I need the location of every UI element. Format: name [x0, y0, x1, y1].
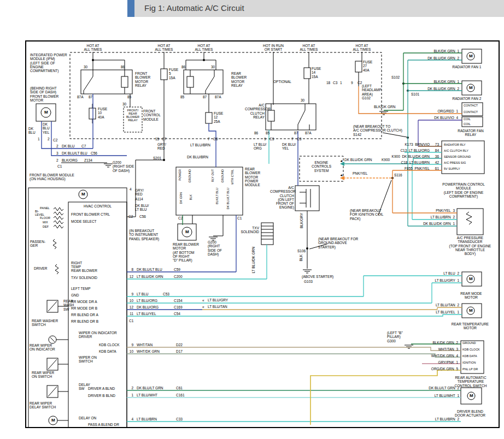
pcm-signal: SENSOR GROUND	[444, 155, 471, 158]
row-wire: DK BLU/LT BLU	[137, 268, 162, 271]
connector-label: C1	[237, 216, 242, 220]
ratc-signal: KDB CLOCK	[462, 348, 480, 351]
pin-label: 1	[38, 137, 40, 141]
wire-label: BLK/DK GRN	[374, 105, 395, 109]
ratc-wire-row: WHT/DK GRN 4	[411, 354, 458, 358]
wire-label: GRY/ RED	[157, 143, 166, 151]
pcm-pin: 73	[431, 143, 439, 146]
ratc-wire-row: GRY/PNK 1	[411, 360, 458, 364]
ground-label: (LEFT "B" PILLAR) G300	[387, 331, 403, 343]
connector-label: C7	[162, 137, 166, 141]
terminal-label: 87A	[215, 95, 221, 99]
row-wire: DK BLU/ORG	[137, 305, 159, 309]
pin-label: 2	[56, 158, 58, 162]
hvac-signal: RIGHT TEMP	[71, 261, 82, 269]
row-pin: 11	[128, 312, 133, 316]
fan-wire-row: BLK/DK GRN 1	[413, 49, 459, 53]
ac-clutch-box	[295, 186, 319, 211]
connector-label: C1	[129, 319, 133, 323]
pin-label: 9	[264, 137, 266, 141]
ratc-signal: PNL LP DR	[462, 367, 478, 371]
motor-wire-row: LT BLU/BRN 2	[413, 417, 459, 421]
fan-relay-wire-row: DK BLU/VIO 4	[412, 116, 458, 120]
motor-m-glyph: M	[51, 418, 55, 423]
wire-label: LT BLU/TAN	[208, 305, 227, 309]
ipm-box	[70, 52, 382, 139]
terminal-label: 86	[254, 131, 258, 135]
hvac-signal: TXV SOLENOID	[71, 276, 97, 280]
breakout-note: (NEAR BREAKOUT FOR GROUND ABOVE STARTER)	[318, 237, 358, 249]
row-conn: C54	[174, 312, 180, 316]
hvac-control-label: HVAC CONTROL	[68, 204, 127, 208]
motor-wire-row: LT BLU/GRY 1	[413, 278, 459, 282]
connector-label: C2	[178, 216, 183, 220]
mode-label: FLOOR	[40, 216, 50, 220]
fuse10-label: FUSE 10 40A	[98, 107, 107, 119]
fuse27-label: FUSE 27 40A	[363, 60, 372, 72]
pcm-label: POWERTRAIN CONTROL MODULE (LEFT SIDE OF …	[441, 182, 487, 198]
row-wire: LT BLU/WHT	[137, 393, 157, 397]
splice-note: (NEAR BREAKOUT TO A/C COMPRESSOR CLUTCH)…	[353, 124, 402, 137]
row-pin: 12	[128, 305, 133, 309]
wire-label: LT BLU/GRY	[208, 298, 228, 302]
connector-label: C1	[57, 164, 62, 168]
rb-relay-box	[184, 70, 223, 94]
wire-label: DK BLU/ LT BLU	[135, 204, 149, 212]
connector-label: C3	[333, 81, 337, 85]
radiator-fan-relay-label: RADIATOR FAN RELAY	[456, 129, 485, 137]
txv-coil-hatch	[261, 226, 273, 239]
ipm-label: INTEGRATED POWER MODULE (IPM) (LEFT SIDE…	[30, 53, 67, 73]
wire-label: DK BLU/ YEL	[282, 143, 296, 151]
pcm-pin: 42	[431, 161, 439, 164]
terminal-label: 87A	[77, 95, 84, 99]
pcm-signal: A/C CLUTCH RLY	[444, 149, 468, 152]
terminal-label: 85	[127, 95, 131, 99]
hvac-signal: RR MODE DR B	[71, 306, 97, 310]
row-pin: 12	[128, 275, 133, 278]
connector-label: C56	[139, 215, 146, 218]
txv-label: TXV SOLENOID	[241, 226, 259, 234]
terminal-label: 85	[266, 131, 269, 135]
row-conn: C169	[174, 305, 183, 309]
fcm-label: FRONT CONTROL MODULE	[143, 109, 161, 121]
hvac-signal: REAR WASH SW	[63, 299, 74, 311]
radiator-fan2-label: RADIATOR FAN 2	[452, 97, 482, 100]
splice-label: S201	[153, 156, 161, 160]
hvac-signal: DRIVER	[34, 266, 48, 270]
hot-label: HOT AT ALL TIMES	[348, 44, 376, 52]
row-conn: D22	[176, 343, 183, 347]
fuse27-box	[355, 61, 362, 72]
fan-wire-row: BLK/DK GRN 1	[413, 80, 459, 84]
ac-relay-label: A/C COMPRESSOR CLUTCH RELAY	[245, 103, 265, 119]
motor-m-glyph: M	[469, 276, 473, 281]
wire-label: DK BLU/DK GRN	[344, 158, 372, 162]
wire-label: GRY/ RED	[135, 188, 144, 197]
hvac-signal: MODE SELECT	[71, 220, 97, 223]
splice-label: S106	[297, 249, 306, 253]
blend-actuator-label: DRIVER BLEND DOOR ACTUATOR	[444, 410, 496, 418]
pcm-signal: A/C PRESS SIG	[444, 161, 466, 164]
hvac-signal: DRIVER B BLND	[88, 394, 115, 398]
contact-label: CONTACT	[464, 104, 478, 107]
breakout-note: (IN BREAKOUT TO INSTRUMENT PANEL SPEAKER…	[129, 229, 159, 241]
rear-temp-motor-label: REAR TEMPERATURE MOTOR	[444, 322, 496, 330]
motor-m-glyph: M	[185, 229, 189, 234]
wire-label: LT BLU/BRN	[190, 143, 210, 147]
pcm-wire-row: F855 PNK/YEL	[383, 167, 430, 170]
row-conn: C154	[174, 299, 183, 302]
rear-blower-motor-label: REAR BLOWER MOTOR (AT BOTTOM OF RIGHT "D…	[173, 242, 199, 262]
motor-wire-row: DK BLU/LT GRN 2	[413, 386, 459, 390]
splice-label: S116	[394, 173, 402, 177]
terminal-label: 87A	[305, 131, 312, 135]
rear-wiper-switch-label: REAR WIPER ON SWITCH	[32, 371, 54, 379]
transducer-resistor	[466, 212, 472, 224]
wire-label: LT BLU/ ORG	[254, 143, 266, 151]
row-pin: 1	[128, 393, 133, 397]
rear-wiper-delay-label: REAR WIPER DELAY SWITCH	[30, 401, 56, 410]
front-blower-motor-label: (BEHIND RIGHT SIDE OF DASH) FRONT BLOWER…	[30, 86, 58, 102]
splice-label: K900	[382, 158, 390, 162]
row-pin: 4	[128, 417, 133, 421]
terminal-label: 87	[294, 131, 298, 135]
row-wire: WHT/DK GRN	[137, 349, 160, 353]
fb-relay-coil	[121, 76, 128, 87]
